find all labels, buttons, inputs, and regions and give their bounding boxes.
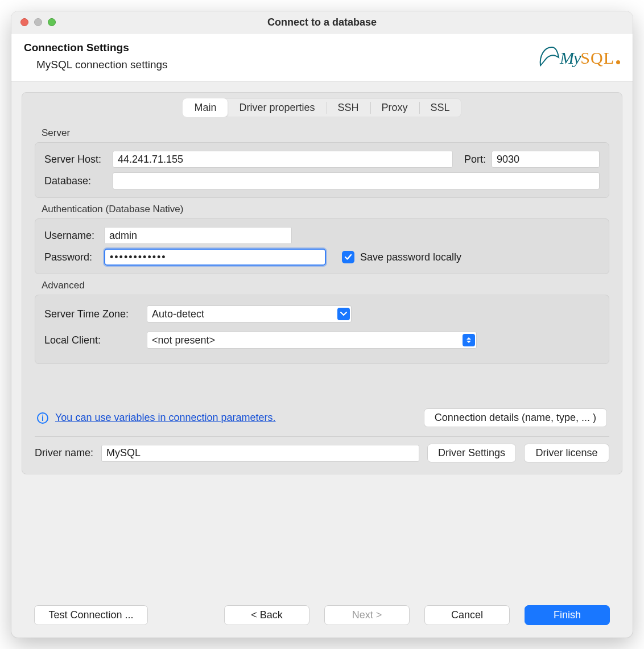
timezone-label: Server Time Zone: <box>44 308 141 320</box>
driver-name-input[interactable] <box>101 445 419 462</box>
header: Connection Settings MySQL connection set… <box>11 33 633 82</box>
driver-row: Driver name: Driver Settings Driver lice… <box>22 441 622 468</box>
content: Main Driver properties SSH Proxy SSL Ser… <box>11 82 633 638</box>
window-title: Connect to a database <box>11 16 633 28</box>
dialog-window: Connect to a database Connection Setting… <box>11 11 633 638</box>
tab-proxy[interactable]: Proxy <box>370 98 419 117</box>
finish-button[interactable]: Finish <box>525 605 610 625</box>
server-host-input[interactable] <box>113 151 453 168</box>
save-password-checkbox[interactable] <box>342 251 354 263</box>
advanced-group: Server Time Zone: Auto-detect Local Clie… <box>35 295 609 364</box>
local-client-select[interactable]: <not present> <box>147 332 477 349</box>
timezone-select[interactable]: Auto-detect <box>147 305 352 323</box>
local-client-label: Local Client: <box>44 334 141 346</box>
tab-main[interactable]: Main <box>183 98 228 117</box>
logo-text-sql: SQL <box>580 48 614 68</box>
server-host-label: Server Host: <box>44 154 107 166</box>
server-group: Server Host: Port: Database: <box>35 142 609 198</box>
settings-panel: Main Driver properties SSH Proxy SSL Ser… <box>22 92 622 474</box>
next-button: Next > <box>324 605 410 625</box>
tab-ssh[interactable]: SSH <box>327 98 370 117</box>
auth-group: Username: Password: Save password locall… <box>35 218 609 274</box>
mysql-logo: MySQL <box>538 45 620 68</box>
database-label: Database: <box>44 175 107 187</box>
username-input[interactable] <box>104 227 292 244</box>
page-title: Connection Settings <box>24 42 168 54</box>
auth-group-label: Authentication (Database Native) <box>22 198 622 218</box>
driver-license-button[interactable]: Driver license <box>524 444 609 462</box>
driver-settings-button[interactable]: Driver Settings <box>427 444 516 462</box>
save-password-label: Save password locally <box>360 251 461 263</box>
driver-name-label: Driver name: <box>35 447 93 459</box>
advanced-group-label: Advanced <box>22 274 622 295</box>
divider <box>35 436 609 437</box>
logo-text-my: My <box>560 48 580 68</box>
info-icon: i <box>37 412 48 424</box>
tabs: Main Driver properties SSH Proxy SSL <box>183 98 461 117</box>
dolphin-icon <box>538 45 560 68</box>
chevron-down-icon <box>337 308 350 320</box>
tab-driver-properties[interactable]: Driver properties <box>228 98 326 117</box>
tab-ssl[interactable]: SSL <box>419 98 461 117</box>
port-label: Port: <box>464 154 486 166</box>
footer: Test Connection ... < Back Next > Cancel… <box>22 590 622 638</box>
page-subtitle: MySQL connection settings <box>24 59 168 71</box>
back-button[interactable]: < Back <box>224 605 309 625</box>
server-group-label: Server <box>22 122 622 142</box>
local-client-value: <not present> <box>152 334 215 346</box>
password-input[interactable] <box>104 249 326 266</box>
port-input[interactable] <box>492 151 600 168</box>
connection-details-button[interactable]: Connection details (name, type, ... ) <box>424 408 607 427</box>
variables-hint-link[interactable]: You can use variables in connection para… <box>55 412 276 424</box>
cancel-button[interactable]: Cancel <box>424 605 510 625</box>
username-label: Username: <box>44 230 98 242</box>
database-input[interactable] <box>113 172 600 189</box>
sort-icon <box>463 334 475 346</box>
test-connection-button[interactable]: Test Connection ... <box>34 605 148 625</box>
titlebar: Connect to a database <box>11 11 633 33</box>
password-label: Password: <box>44 251 98 263</box>
timezone-value: Auto-detect <box>152 308 204 320</box>
